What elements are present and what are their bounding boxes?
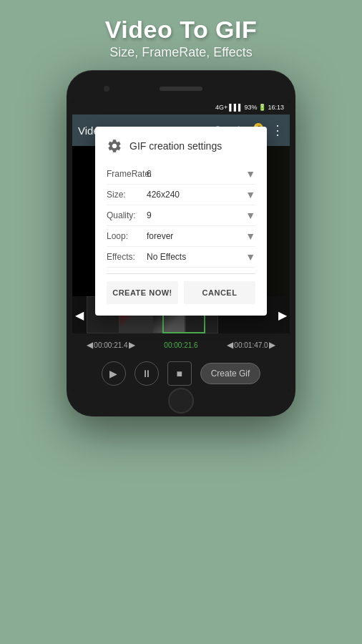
- timecode-start-item: ◀ 00:00:21.4 ▶: [77, 340, 145, 350]
- timecode-end-arrow-right[interactable]: ▶: [269, 340, 275, 350]
- loop-dropdown[interactable]: ▼: [245, 230, 255, 242]
- page-header: Video To GIF Size, FrameRate, Effects: [105, 0, 258, 60]
- timecode-start-arrow-right[interactable]: ▶: [129, 340, 135, 350]
- timecode-end-arrow-left[interactable]: ◀: [227, 340, 233, 350]
- timecode-end-item: ◀ 00:01:47.0 ▶: [217, 340, 285, 350]
- status-bar-icons: 4G+ ▌▌▌ 93% 🔋 16:13: [215, 104, 284, 111]
- dialog-title: GIF creation settings: [129, 140, 222, 152]
- dialog-buttons: CREATE NOW! CANCEL: [107, 281, 255, 304]
- time-display: 16:13: [268, 104, 284, 111]
- phone-shell: 4G+ ▌▌▌ 93% 🔋 16:13 Video To GIF ⊕ ✔ 🔑 ⋮: [67, 70, 295, 416]
- loop-row: Loop: forever ▼: [107, 226, 255, 247]
- more-icon[interactable]: ⋮: [271, 122, 284, 138]
- framerate-value: 6: [147, 169, 245, 179]
- quality-value: 9: [147, 210, 245, 220]
- create-now-button[interactable]: CREATE NOW!: [107, 281, 178, 304]
- cancel-button[interactable]: CANCEL: [184, 281, 255, 304]
- video-area: GIF creation settings FrameRate: 6 ▼ Siz…: [72, 146, 290, 296]
- framerate-row: FrameRate: 6 ▼: [107, 164, 255, 185]
- loop-label: Loop:: [107, 231, 147, 241]
- stop-button[interactable]: ■: [167, 361, 192, 386]
- timecode-start-arrow-left[interactable]: ◀: [87, 340, 93, 350]
- network-indicator: 4G+: [215, 104, 228, 111]
- controls-bar: ▶ ⏸ ■ Create Gif: [72, 356, 290, 391]
- timecode-current-value: 00:00:21.6: [164, 341, 197, 349]
- quality-label: Quality:: [107, 210, 147, 220]
- phone-bottom-bar: [72, 394, 290, 408]
- phone-camera: [104, 86, 109, 92]
- gear-icon: [107, 138, 122, 154]
- timecode-bar: ◀ 00:00:21.4 ▶ 00:00:21.6 ◀ 00:01:47.0 ▶: [72, 333, 290, 356]
- effects-row: Effects: No Effects ▼: [107, 247, 255, 268]
- timecode-end-value: 00:01:47.0: [234, 341, 268, 349]
- pause-button[interactable]: ⏸: [134, 361, 159, 386]
- quality-row: Quality: 9 ▼: [107, 205, 255, 226]
- status-bar: 4G+ ▌▌▌ 93% 🔋 16:13: [72, 100, 290, 114]
- phone-home-button[interactable]: [168, 388, 194, 414]
- framerate-dropdown[interactable]: ▼: [245, 168, 255, 180]
- page-subtitle: Size, FrameRate, Effects: [105, 45, 258, 60]
- effects-label: Effects:: [107, 252, 147, 262]
- effects-dropdown[interactable]: ▼: [245, 251, 255, 263]
- dialog-overlay: GIF creation settings FrameRate: 6 ▼ Siz…: [72, 146, 290, 296]
- filmstrip-scroll-left[interactable]: ◀: [72, 308, 87, 322]
- battery-value: 93%: [244, 104, 257, 111]
- page-title: Video To GIF: [105, 16, 258, 44]
- filmstrip-scroll-right[interactable]: ▶: [275, 308, 290, 322]
- signal-icon: ▌▌▌: [229, 104, 243, 111]
- timecode-start-value: 00:00:21.4: [94, 341, 127, 349]
- timecode-current-item: 00:00:21.6: [147, 341, 215, 349]
- screen: 4G+ ▌▌▌ 93% 🔋 16:13 Video To GIF ⊕ ✔ 🔑 ⋮: [72, 100, 290, 391]
- dialog-divider: [107, 273, 255, 274]
- dialog-title-row: GIF creation settings: [107, 138, 255, 154]
- size-dropdown[interactable]: ▼: [245, 189, 255, 200]
- create-gif-button[interactable]: Create Gif: [200, 363, 261, 384]
- battery-icon: 🔋: [258, 104, 266, 111]
- framerate-label: FrameRate:: [107, 169, 147, 179]
- play-button[interactable]: ▶: [102, 361, 126, 386]
- loop-value: forever: [147, 231, 245, 241]
- phone-speaker: [160, 87, 202, 91]
- effects-value: No Effects: [147, 252, 245, 262]
- size-label: Size:: [107, 190, 147, 200]
- quality-dropdown[interactable]: ▼: [245, 210, 255, 221]
- size-value: 426x240: [147, 190, 245, 200]
- phone-top-bar: [72, 79, 290, 99]
- gif-settings-dialog: GIF creation settings FrameRate: 6 ▼ Siz…: [95, 127, 267, 316]
- size-row: Size: 426x240 ▼: [107, 185, 255, 205]
